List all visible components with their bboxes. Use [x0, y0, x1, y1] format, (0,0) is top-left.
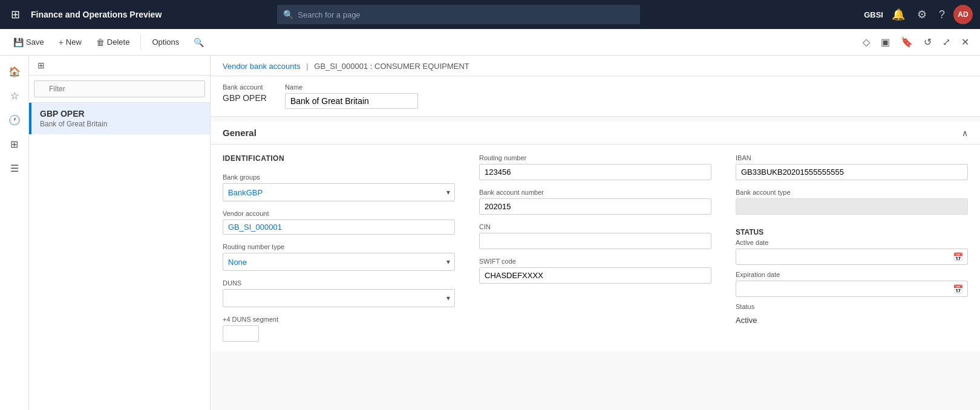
settings-icon[interactable]: ⚙: [913, 5, 930, 24]
vendor-account-label: Vendor account: [223, 210, 455, 217]
iban-status-col: IBAN Bank account type STATUS Active dat…: [736, 154, 968, 342]
name-label: Name: [285, 83, 418, 91]
bank-account-field-group: Bank account GBP OPER: [223, 83, 267, 103]
cin-field: CIN: [479, 223, 711, 249]
toolbar: 💾 Save + New 🗑 Delete Options 🔍 ◇ ▣ 🔖 ↺ …: [0, 29, 980, 56]
bank-account-number-input[interactable]: [479, 198, 711, 215]
status-value: Active: [736, 313, 968, 328]
expiration-date-wrapper: 📅: [736, 281, 968, 297]
expiration-date-label: Expiration date: [736, 271, 968, 278]
swift-code-field: SWIFT code: [479, 258, 711, 284]
bank-account-type-input: [736, 198, 968, 215]
banking-col: Routing number Bank account number CIN: [479, 154, 711, 342]
side-icons: 🏠 ☆ 🕐 ⊞ ☰: [0, 56, 29, 410]
calendar-icon-2[interactable]: 📅: [953, 284, 963, 294]
bank-account-type-field: Bank account type: [736, 189, 968, 215]
routing-number-type-select-wrapper: None ▾: [223, 253, 455, 271]
bank-groups-select[interactable]: BankGBP: [223, 183, 455, 201]
swift-code-input[interactable]: [479, 267, 711, 284]
filter-icon: 🔍: [194, 37, 204, 47]
breadcrumb-current: GB_SI_000001 : CONSUMER EQUIPMENT: [314, 62, 469, 71]
section-header[interactable]: General ∧: [211, 122, 980, 145]
duns-segment-label: +4 DUNS segment: [223, 316, 455, 323]
toolbar-separator: [140, 35, 141, 50]
duns-field: DUNS ▾: [223, 279, 455, 307]
active-date-input[interactable]: [736, 249, 968, 265]
duns-segment-field: +4 DUNS segment: [223, 316, 455, 342]
active-date-wrapper: 📅: [736, 249, 968, 265]
breadcrumb-link[interactable]: Vendor bank accounts: [223, 62, 301, 71]
routing-number-type-field: Routing number type None ▾: [223, 243, 455, 271]
notifications-icon[interactable]: 🔔: [888, 5, 909, 24]
search-bar: 🔍: [277, 5, 640, 24]
expand-icon[interactable]: ⤢: [939, 34, 954, 50]
iban-field: IBAN: [736, 154, 968, 180]
routing-number-type-label: Routing number type: [223, 243, 455, 250]
search-icon: 🔍: [283, 10, 293, 19]
active-date-field: Active date 📅: [736, 239, 968, 265]
expiration-date-field: Expiration date 📅: [736, 271, 968, 297]
search-input[interactable]: [277, 5, 640, 24]
user-code: GBSI: [864, 10, 883, 19]
help-icon[interactable]: ?: [935, 6, 949, 24]
history-icon[interactable]: 🕐: [4, 109, 25, 131]
top-nav-right: GBSI 🔔 ⚙ ? AD: [864, 5, 973, 24]
form-grid: IDENTIFICATION Bank groups BankGBP ▾ Ven…: [223, 154, 968, 342]
bank-groups-field: Bank groups BankGBP ▾: [223, 174, 455, 201]
list-item-subtitle: Bank of Great Britain: [40, 120, 201, 128]
diamond-icon[interactable]: ◇: [859, 34, 874, 50]
iban-label: IBAN: [736, 154, 968, 161]
identification-col: IDENTIFICATION Bank groups BankGBP ▾ Ven…: [223, 154, 455, 342]
list-item[interactable]: GBP OPER Bank of Great Britain: [29, 103, 210, 134]
iban-input[interactable]: [736, 164, 968, 180]
bank-groups-label: Bank groups: [223, 174, 455, 181]
calendar-icon[interactable]: 📅: [953, 252, 963, 262]
name-input[interactable]: [285, 93, 418, 109]
grid-icon[interactable]: ⊞: [7, 4, 24, 25]
cin-input[interactable]: [479, 233, 711, 249]
list-filter-icon[interactable]: ⊞: [34, 59, 48, 71]
star-icon[interactable]: ☆: [4, 85, 25, 106]
delete-button[interactable]: 🗑 Delete: [90, 35, 136, 50]
filter-input[interactable]: [34, 80, 205, 97]
save-button[interactable]: 💾 Save: [7, 35, 50, 50]
new-icon: +: [59, 37, 64, 47]
grid-nav-icon[interactable]: ⊞: [4, 133, 25, 155]
breadcrumb-separator: |: [306, 62, 308, 71]
routing-number-field: Routing number: [479, 154, 711, 180]
refresh-icon[interactable]: ↺: [920, 34, 935, 50]
duns-select-wrapper: ▾: [223, 289, 455, 307]
cin-label: CIN: [479, 223, 711, 230]
close-icon[interactable]: ✕: [958, 34, 973, 50]
status-field: Status Active: [736, 303, 968, 328]
bookmark-icon[interactable]: 🔖: [897, 34, 916, 50]
bank-account-type-label: Bank account type: [736, 189, 968, 196]
search-filter-button[interactable]: 🔍: [188, 35, 210, 50]
bank-account-number-field: Bank account number: [479, 189, 711, 215]
duns-select[interactable]: [223, 289, 455, 307]
options-button[interactable]: Options: [146, 35, 185, 49]
new-button[interactable]: + New: [53, 35, 88, 50]
duns-label: DUNS: [223, 279, 455, 287]
main-layout: 🏠 ☆ 🕐 ⊞ ☰ ⊞ 🔍 GBP OPER Bank of Great Bri…: [0, 56, 980, 410]
top-nav: ⊞ Finance and Operations Preview 🔍 GBSI …: [0, 0, 980, 29]
panel-icon[interactable]: ▣: [877, 34, 893, 50]
toolbar-right: ◇ ▣ 🔖 ↺ ⤢ ✕: [859, 34, 973, 50]
expiration-date-input[interactable]: [736, 281, 968, 297]
bank-account-value: GBP OPER: [223, 93, 267, 103]
general-section: General ∧ IDENTIFICATION Bank groups Ban…: [211, 122, 980, 351]
routing-number-type-select[interactable]: None: [223, 253, 455, 271]
status-label: Status: [736, 303, 968, 310]
routing-number-label: Routing number: [479, 154, 711, 161]
routing-number-input[interactable]: [479, 164, 711, 180]
active-date-label: Active date: [736, 239, 968, 246]
duns-segment-input[interactable]: [223, 325, 259, 342]
user-avatar[interactable]: AD: [953, 5, 973, 24]
list-nav-icon[interactable]: ☰: [4, 157, 25, 179]
app-title: Finance and Operations Preview: [31, 10, 162, 19]
list-panel: ⊞ 🔍 GBP OPER Bank of Great Britain: [29, 56, 211, 410]
list-items: GBP OPER Bank of Great Britain: [29, 103, 210, 410]
vendor-account-link[interactable]: GB_SI_000001: [223, 220, 455, 235]
name-field-group: Name: [285, 83, 418, 109]
home-icon[interactable]: 🏠: [4, 60, 25, 82]
